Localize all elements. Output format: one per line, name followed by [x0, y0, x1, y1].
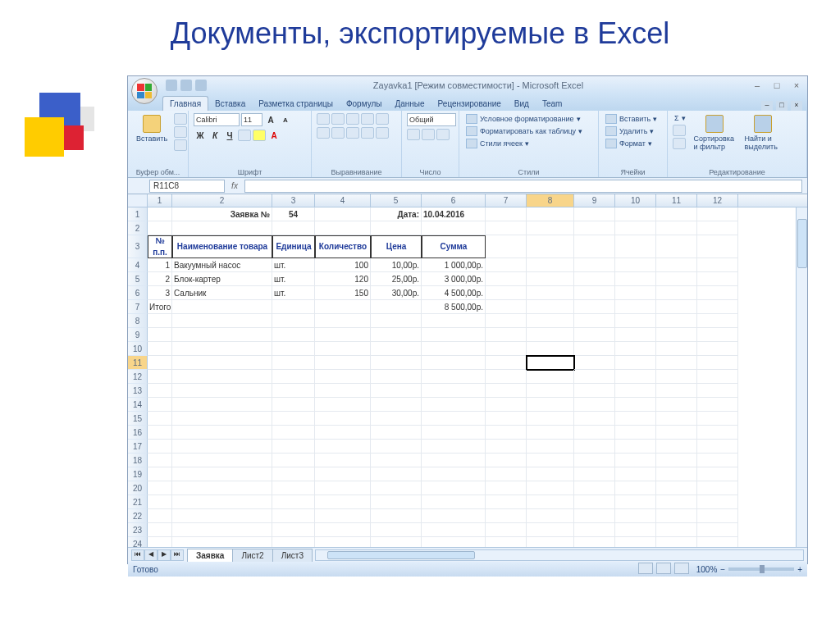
cell[interactable]	[697, 523, 738, 537]
mdi-restore[interactable]: □	[776, 101, 788, 111]
cell[interactable]	[615, 384, 656, 398]
cell[interactable]	[371, 384, 422, 398]
cell[interactable]	[272, 412, 315, 426]
cell[interactable]	[697, 370, 738, 384]
cell[interactable]	[527, 440, 574, 454]
cell[interactable]: шт.	[272, 258, 315, 272]
cell[interactable]	[615, 440, 656, 454]
cell[interactable]	[574, 454, 615, 467]
cell[interactable]	[272, 537, 315, 547]
cell[interactable]	[574, 235, 615, 258]
wrap-text-button[interactable]	[376, 113, 389, 125]
cell[interactable]: № п.п.	[148, 235, 172, 258]
cell[interactable]	[172, 221, 272, 235]
cell[interactable]	[574, 272, 615, 286]
row-header[interactable]: 21	[128, 495, 148, 509]
qat-undo-icon[interactable]	[180, 80, 192, 91]
cell[interactable]	[574, 467, 615, 481]
cell[interactable]	[697, 342, 738, 356]
cell[interactable]	[656, 440, 697, 454]
cell[interactable]: 10,00р.	[371, 258, 422, 272]
vertical-scrollbar[interactable]	[796, 207, 807, 547]
row-header[interactable]: 11	[128, 356, 148, 370]
cell[interactable]	[148, 370, 172, 384]
cell[interactable]	[697, 454, 738, 467]
cell[interactable]	[272, 481, 315, 495]
qat-redo-icon[interactable]	[195, 80, 207, 91]
cell[interactable]	[172, 342, 272, 356]
sheet-nav-last[interactable]: ⏭	[171, 549, 184, 561]
cell[interactable]	[574, 221, 615, 235]
cell[interactable]	[315, 356, 371, 370]
cell[interactable]	[371, 523, 422, 537]
align-bottom-button[interactable]	[346, 113, 359, 125]
cell[interactable]	[656, 235, 697, 258]
cell[interactable]	[486, 481, 527, 495]
format-cells-button[interactable]: Формат▾	[604, 138, 654, 149]
cell[interactable]	[315, 221, 371, 235]
cell[interactable]	[527, 314, 574, 328]
cell[interactable]	[315, 537, 371, 547]
cell[interactable]	[422, 495, 486, 509]
cell[interactable]	[148, 537, 172, 547]
cell[interactable]: 120	[315, 272, 371, 286]
cell[interactable]	[697, 412, 738, 426]
row-header[interactable]: 19	[128, 467, 148, 481]
cell[interactable]	[656, 481, 697, 495]
cell[interactable]	[574, 258, 615, 272]
grow-font-button[interactable]: A	[264, 113, 277, 126]
cell[interactable]	[574, 412, 615, 426]
vscroll-thumb[interactable]	[797, 219, 807, 268]
cell[interactable]	[272, 467, 315, 481]
cell[interactable]	[697, 384, 738, 398]
cell[interactable]: 3 000,00р.	[422, 272, 486, 286]
cell[interactable]	[574, 207, 615, 221]
tab-view[interactable]: Вид	[508, 97, 536, 111]
name-box[interactable]: R11C8	[149, 180, 225, 193]
cell[interactable]	[422, 398, 486, 412]
cell[interactable]	[272, 370, 315, 384]
align-left-button[interactable]	[317, 127, 330, 139]
cell[interactable]	[422, 328, 486, 342]
row-header[interactable]: 16	[128, 426, 148, 440]
cell[interactable]	[697, 221, 738, 235]
fx-button[interactable]: fx	[228, 180, 241, 193]
cell[interactable]: Количество	[315, 235, 371, 258]
cell[interactable]	[656, 300, 697, 314]
cell[interactable]	[574, 384, 615, 398]
cell[interactable]	[371, 412, 422, 426]
cell[interactable]	[656, 286, 697, 300]
cell[interactable]	[615, 523, 656, 537]
col-header[interactable]: 10	[615, 194, 656, 207]
row-header[interactable]: 15	[128, 412, 148, 426]
col-header[interactable]: 4	[315, 194, 371, 207]
cell[interactable]: 100	[315, 258, 371, 272]
cell[interactable]: 54	[272, 207, 315, 221]
percent-button[interactable]	[422, 129, 435, 140]
cell[interactable]	[574, 537, 615, 547]
cell[interactable]	[315, 398, 371, 412]
cell[interactable]	[172, 412, 272, 426]
cell[interactable]	[422, 481, 486, 495]
cell[interactable]	[615, 495, 656, 509]
cell[interactable]	[656, 495, 697, 509]
cell[interactable]	[148, 523, 172, 537]
fill-button[interactable]	[673, 125, 686, 136]
cell[interactable]	[371, 481, 422, 495]
cell[interactable]	[148, 384, 172, 398]
cell[interactable]: 8 500,00р.	[422, 300, 486, 314]
cell[interactable]: 4 500,00р.	[422, 286, 486, 300]
cell[interactable]: 1 000,00р.	[422, 258, 486, 272]
cell[interactable]	[371, 426, 422, 440]
cell[interactable]: Блок-картер	[172, 272, 272, 286]
cell[interactable]	[527, 426, 574, 440]
cell[interactable]	[697, 537, 738, 547]
cell[interactable]	[615, 467, 656, 481]
cell[interactable]	[615, 426, 656, 440]
cell[interactable]	[697, 440, 738, 454]
cell[interactable]	[574, 356, 615, 370]
cell[interactable]	[656, 454, 697, 467]
cell[interactable]	[371, 342, 422, 356]
cell[interactable]	[574, 300, 615, 314]
insert-cells-button[interactable]: Вставить▾	[604, 113, 659, 125]
